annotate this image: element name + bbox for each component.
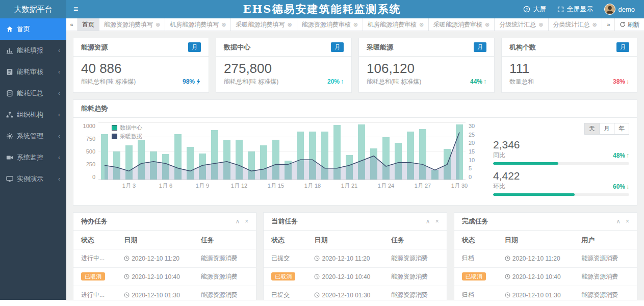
close-icon[interactable]: × xyxy=(245,218,248,225)
tab-energy-fill[interactable]: 能源资源消费填写⊗ xyxy=(99,18,165,31)
kpi-percent: 48%↑ xyxy=(613,152,629,159)
sidebar-item-energy-report[interactable]: 能耗填报 ‹ xyxy=(0,40,66,61)
tab-heating-fill[interactable]: 采暖能源消费填写⊗ xyxy=(231,18,297,31)
sidebar-item-system-monitor[interactable]: 系统监控 ‹ xyxy=(0,147,66,168)
left-y-axis: 02505007501000 xyxy=(81,123,98,180)
task-text: 能源资源消费 xyxy=(201,291,238,298)
tab-scroll-right-icon[interactable]: » xyxy=(603,18,614,31)
clock-icon xyxy=(124,274,130,279)
y-axis-tick: 10 xyxy=(469,157,479,163)
sidebar-item-demo[interactable]: 实例演示 ‹ xyxy=(0,168,66,190)
column-header: 任务 xyxy=(388,231,447,249)
tab-level-summary[interactable]: 分级统计汇总⊗ xyxy=(495,18,548,31)
kpi-label: 同比 xyxy=(493,151,505,160)
legend-item-heating[interactable]: 采暖数据 xyxy=(112,133,142,140)
tab-room-audit[interactable]: 机房能源消费审核⊗ xyxy=(363,18,429,31)
tab-energy-audit[interactable]: 能源资源消费审核⊗ xyxy=(297,18,363,31)
monitor-icon xyxy=(6,175,13,183)
status-text: 归档 xyxy=(462,254,474,262)
kpi-value: 4,422 xyxy=(493,170,629,182)
tab-close-icon[interactable]: ⊗ xyxy=(156,21,160,28)
range-button-day[interactable]: 天 xyxy=(584,123,600,135)
tab-close-icon[interactable]: ⊗ xyxy=(485,21,490,28)
column-header: 用户 xyxy=(578,231,637,249)
table-row[interactable]: 已取消 2020-12-10 10:40 能源资源消费 xyxy=(454,268,637,286)
table-row[interactable]: 归档 2020-12-10 11:20 能源资源消费 xyxy=(454,249,637,268)
range-button-year[interactable]: 年 xyxy=(614,123,629,135)
tab-room-fill[interactable]: 机房能源消费填写⊗ xyxy=(165,18,231,31)
sidebar-item-label: 系统监控 xyxy=(17,153,43,162)
refresh-button[interactable]: 刷新 xyxy=(614,18,644,31)
table-row[interactable]: 归档 2020-12-10 01:30 能源资源消费 xyxy=(454,286,637,300)
fullscreen-button[interactable]: 全屏显示 xyxy=(557,5,593,14)
big-screen-label: 大屏 xyxy=(533,5,546,14)
tab-close-icon[interactable]: ⊗ xyxy=(221,21,226,28)
legend-item-datacenter[interactable]: 数据中心 xyxy=(112,124,142,132)
video-camera-icon xyxy=(6,154,13,161)
user-menu[interactable]: demo xyxy=(604,4,635,15)
x-axis-label: 1月 27 xyxy=(415,182,431,190)
x-axis-label: 1月 9 xyxy=(196,182,209,190)
table-row[interactable]: 进行中... 2020-12-10 01:30 能源资源消费 xyxy=(73,286,256,300)
sidebar-item-system-mgmt[interactable]: 系统管理 ‹ xyxy=(0,125,66,147)
x-axis-label: 1月 18 xyxy=(304,182,321,190)
tab-close-icon[interactable]: ⊗ xyxy=(287,21,292,28)
table-row[interactable]: 已取消 2020-12-10 10:40 能源资源消费 xyxy=(264,268,446,286)
refresh-label: 刷新 xyxy=(628,20,640,29)
y-axis-tick: 25 xyxy=(469,132,479,138)
sidebar-item-organization[interactable]: 组织机构 ‹ xyxy=(0,104,66,125)
avatar xyxy=(604,4,615,15)
status-text: 进行中... xyxy=(81,291,105,298)
tab-close-icon[interactable]: ⊗ xyxy=(419,21,424,28)
sidebar-item-energy-summary[interactable]: 能耗汇总 ‹ xyxy=(0,83,66,104)
tab-home[interactable]: 首页 xyxy=(78,18,99,31)
status-text: 已提交 xyxy=(271,254,290,262)
table-row[interactable]: 已取消 2020-12-10 10:40 能源资源消费 xyxy=(73,268,256,286)
tab-label: 分类统计汇总 xyxy=(553,20,590,29)
status-text: 归档 xyxy=(462,291,474,298)
tab-close-icon[interactable]: ⊗ xyxy=(538,21,543,28)
table-row[interactable]: 进行中... 2020-12-10 11:20 能源资源消费 xyxy=(73,249,256,268)
collapse-icon[interactable]: ∧ xyxy=(616,218,621,225)
x-axis-label: 1月 24 xyxy=(378,182,394,190)
gear-icon xyxy=(6,133,13,140)
tab-heating-audit[interactable]: 采暖能源消费审核⊗ xyxy=(429,18,495,31)
table-row[interactable]: 已提交 2020-12-10 11:20 能源资源消费 xyxy=(264,249,446,268)
collapse-icon[interactable]: ∧ xyxy=(236,218,240,225)
stat-card-org-count: 机构个数 月 111 数量总和 38% ↓ xyxy=(501,38,637,93)
tab-scroll-left-icon[interactable]: « xyxy=(66,18,78,31)
task-text: 能源资源消费 xyxy=(201,273,238,280)
sidebar-item-label: 组织机构 xyxy=(17,110,43,119)
tab-close-icon[interactable]: ⊗ xyxy=(353,21,358,28)
app-logo[interactable]: 大数据平台 xyxy=(0,0,66,18)
table-row[interactable]: 已提交 2020-12-10 01:30 能源资源消费 xyxy=(264,286,446,300)
x-axis-label: 1月 6 xyxy=(159,182,172,190)
tab-category-summary[interactable]: 分类统计汇总⊗ xyxy=(549,18,602,31)
sidebar-toggle-icon[interactable]: ≡ xyxy=(66,0,85,18)
close-icon[interactable]: × xyxy=(626,218,629,225)
chevron-left-icon: ‹ xyxy=(58,154,60,161)
kpi-percent: 60%↓ xyxy=(613,183,629,190)
x-axis: 1月 31月 61月 91月 121月 151月 181月 211月 241月 … xyxy=(98,180,466,189)
legend-swatch xyxy=(112,125,117,131)
month-badge[interactable]: 月 xyxy=(474,42,486,52)
big-screen-button[interactable]: ? 大屏 xyxy=(523,5,546,14)
tasks-row: 待办任务 ∧ × 状态 日期 任务 进行中... 2020-12-10 11:2… xyxy=(73,212,637,300)
month-badge[interactable]: 月 xyxy=(616,42,629,52)
range-button-group: 天 月 年 xyxy=(493,123,629,135)
close-icon[interactable]: × xyxy=(435,218,439,225)
sidebar-item-energy-audit[interactable]: 能耗审核 ‹ xyxy=(0,61,66,83)
date-text: 2020-12-10 10:40 xyxy=(322,273,370,280)
clock-icon xyxy=(505,256,510,261)
range-button-month[interactable]: 月 xyxy=(599,123,614,135)
month-badge[interactable]: 月 xyxy=(331,42,344,52)
tab-close-icon[interactable]: ⊗ xyxy=(593,21,597,28)
sidebar-item-home[interactable]: 首页 xyxy=(0,18,66,40)
month-badge[interactable]: 月 xyxy=(188,42,201,52)
percent-value: 20% xyxy=(327,78,340,85)
fullscreen-icon xyxy=(557,6,564,13)
collapse-icon[interactable]: ∧ xyxy=(426,218,430,225)
trend-card-title: 能耗趋势 xyxy=(81,104,108,113)
trend-plot[interactable]: 数据中心 采暖数据 xyxy=(98,123,466,180)
y-axis-tick: 500 xyxy=(81,148,95,155)
